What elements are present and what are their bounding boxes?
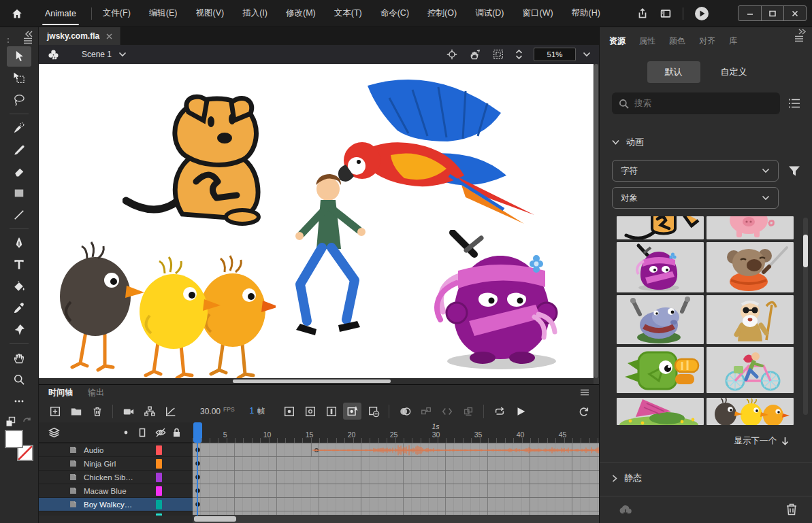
tab-timeline[interactable]: 时间轴 <box>48 387 73 399</box>
menu-item-2[interactable]: 编辑(E) <box>149 7 178 19</box>
close-button[interactable] <box>783 6 806 20</box>
search-box[interactable] <box>612 92 780 114</box>
menu-item-7[interactable]: 命令(C) <box>380 7 409 19</box>
layer-color-chip[interactable] <box>156 459 162 469</box>
character-dog[interactable] <box>123 92 276 228</box>
delete-asset-icon[interactable] <box>786 503 797 516</box>
timeline-hscroll-thumb[interactable] <box>194 516 236 522</box>
maximize-button[interactable] <box>761 6 783 20</box>
rectangle-tool[interactable] <box>7 183 31 203</box>
current-frame-control[interactable]: 1 帧 <box>250 406 265 416</box>
asset-thumb-ninja-girl[interactable] <box>617 242 704 292</box>
layer-row-Ninja Girl[interactable]: Ninja Girl <box>39 456 193 470</box>
frames-area[interactable]: 1s 51015202530354045 <box>193 422 599 516</box>
menu-item-1[interactable]: 文件(F) <box>103 7 131 19</box>
layer-color-chip[interactable] <box>156 486 162 496</box>
lock-column-icon[interactable] <box>172 427 181 438</box>
asset-thumb-chicken-siblings[interactable] <box>707 398 794 425</box>
upload-asset-icon[interactable] <box>619 504 632 516</box>
frame-span-button[interactable] <box>438 403 456 420</box>
menu-item-11[interactable]: 帮助(H) <box>572 7 600 19</box>
loop-button[interactable] <box>490 403 508 420</box>
layer-color-chip[interactable] <box>156 445 162 455</box>
zoom-level-input[interactable]: 51% <box>534 48 576 61</box>
tab-animate[interactable]: Animate <box>41 0 80 27</box>
fps-value[interactable]: 30.00 <box>200 407 221 416</box>
object-filter-dropdown[interactable]: 对象 <box>612 187 779 209</box>
asset-thumb-hippo-gunner[interactable] <box>617 295 704 344</box>
insert-frame-button[interactable] <box>322 403 340 420</box>
frame-row-Chicken Sib…[interactable] <box>193 470 599 484</box>
line-tool[interactable] <box>7 205 31 225</box>
outline-column-icon[interactable] <box>123 427 129 438</box>
list-view-icon[interactable] <box>788 98 800 109</box>
asset-thumb-koala-swordsman[interactable] <box>707 242 794 292</box>
menu-item-9[interactable]: 调试(D) <box>475 7 504 19</box>
fps-control[interactable]: 30.00 FPS <box>200 407 235 416</box>
stage[interactable] <box>39 64 594 378</box>
onion-skin-button[interactable] <box>395 403 414 420</box>
center-stage-icon[interactable] <box>446 48 458 61</box>
test-movie-play-icon[interactable] <box>694 6 709 21</box>
swap-colors-icon[interactable] <box>5 416 16 427</box>
new-layer-button[interactable] <box>46 403 64 420</box>
assets-scrollbar[interactable] <box>803 218 808 415</box>
pen-tool[interactable] <box>7 233 31 253</box>
paint-bucket-tool[interactable] <box>7 276 31 297</box>
frame-row-Macaw Blue[interactable] <box>193 484 599 497</box>
classic-brush-tool[interactable] <box>7 139 31 160</box>
playhead[interactable] <box>193 422 202 443</box>
panel-tab-5[interactable]: 库 <box>729 35 737 47</box>
asset-warp-tool[interactable] <box>7 320 31 340</box>
tab-default[interactable]: 默认 <box>647 61 700 83</box>
zoom-stepper[interactable] <box>515 49 523 60</box>
vscroll-thumb[interactable] <box>594 64 598 378</box>
scene-chevron-down-icon[interactable] <box>118 52 127 57</box>
section-static[interactable]: 静态 <box>612 472 642 484</box>
close-tab-icon[interactable] <box>106 33 112 39</box>
frame-row-Audio[interactable] <box>193 443 599 456</box>
create-tween-button[interactable] <box>417 403 435 420</box>
layer-row-Boy Walkcy…[interactable]: Boy Walkcy… <box>39 497 193 511</box>
eraser-tool[interactable] <box>7 161 31 182</box>
stage-horizontal-scrollbar[interactable] <box>39 378 594 384</box>
document-tab[interactable]: jwsky.com.fla <box>39 27 121 45</box>
panel-tab-3[interactable]: 颜色 <box>669 35 685 47</box>
menu-item-10[interactable]: 窗口(W) <box>522 7 553 19</box>
toolbar-menu-icon[interactable] <box>23 37 33 44</box>
type-filter-dropdown[interactable]: 字符 <box>612 160 779 182</box>
asset-thumb-girl-on-bicycle[interactable] <box>707 347 794 393</box>
frame-row-Ninja Girl[interactable] <box>193 456 599 470</box>
character-chicks[interactable] <box>48 239 276 378</box>
layer-color-chip[interactable] <box>156 473 162 482</box>
hand-tool[interactable] <box>7 348 31 368</box>
fluid-brush-tool[interactable] <box>7 118 31 138</box>
section-animation[interactable]: 动画 <box>612 136 644 148</box>
new-folder-button[interactable] <box>67 403 85 420</box>
graph-editor-button[interactable] <box>161 403 180 420</box>
show-next-link[interactable]: 显示下一个 <box>734 435 790 447</box>
lasso-tool[interactable] <box>7 90 31 110</box>
frame-row-Boy Walkcy…[interactable] <box>193 497 599 511</box>
layer-row-next[interactable] <box>39 511 193 516</box>
auto-keyframe-button[interactable] <box>343 403 361 420</box>
home-icon[interactable] <box>8 5 26 22</box>
more-tools-button[interactable] <box>7 391 31 411</box>
menu-item-6[interactable]: 文本(T) <box>334 7 362 19</box>
panel-tab-2[interactable]: 属性 <box>639 35 655 47</box>
filter-icon[interactable] <box>788 165 800 177</box>
fill-color-swatch[interactable] <box>5 430 23 448</box>
panel-tab-4[interactable]: 对齐 <box>699 35 715 47</box>
asset-thumb-pig[interactable] <box>707 216 794 239</box>
panel-menu-icon[interactable] <box>794 35 804 42</box>
assets-scrollbar-thumb[interactable] <box>803 235 808 267</box>
collapse-panel-icon[interactable] <box>798 29 807 35</box>
timeline-menu-icon[interactable] <box>580 389 589 396</box>
zoom-chevron-down-icon[interactable] <box>583 52 591 57</box>
character-ninja[interactable] <box>432 230 572 371</box>
text-tool[interactable] <box>7 254 31 275</box>
menu-item-5[interactable]: 修改(M) <box>286 7 316 19</box>
rotate-canvas-icon[interactable] <box>469 48 481 61</box>
insert-blank-keyframe-button[interactable] <box>301 403 319 420</box>
selection-tool[interactable] <box>7 46 31 67</box>
